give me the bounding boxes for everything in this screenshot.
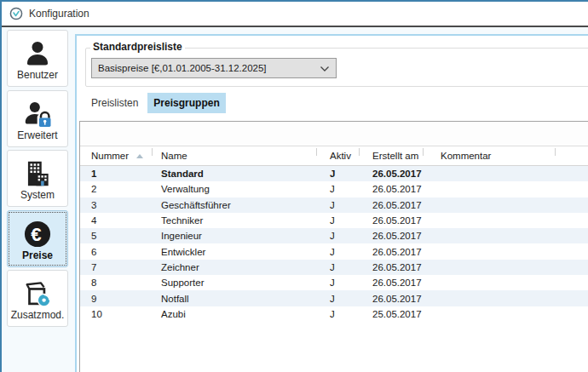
addon-box-disc-icon bbox=[8, 278, 67, 310]
cell-name: Supporter bbox=[153, 278, 317, 288]
cell-nummer: 10 bbox=[80, 309, 153, 319]
cell-name: Azubi bbox=[153, 309, 317, 319]
cell-erstellt-am: 26.05.2017 bbox=[360, 169, 424, 179]
sidebar-item-label: System bbox=[20, 190, 55, 201]
sidebar-item-label: Erweitert bbox=[17, 130, 57, 141]
cell-aktiv: J bbox=[317, 247, 360, 257]
table-row[interactable]: 2 Verwaltung J 26.05.2017 bbox=[80, 181, 588, 197]
tab-preislisten[interactable]: Preislisten bbox=[85, 93, 144, 113]
column-header-aktiv[interactable]: Aktiv bbox=[317, 146, 360, 165]
sidebar-item-benutzer[interactable]: Benutzer bbox=[7, 30, 68, 87]
sidebar-item-zusatzmod[interactable]: Zusatzmod. bbox=[7, 270, 68, 327]
cell-name: Geschäftsführer bbox=[153, 200, 317, 210]
cell-name: Standard bbox=[153, 169, 317, 179]
cell-nummer: 5 bbox=[80, 231, 153, 241]
window-title: Konfiguration bbox=[29, 8, 89, 20]
cell-erstellt-am: 26.05.2017 bbox=[360, 184, 424, 194]
table-row[interactable]: 6 Entwickler J 26.05.2017 bbox=[80, 243, 588, 259]
svg-text:€: € bbox=[31, 224, 41, 245]
building-icon bbox=[8, 157, 67, 190]
cell-name: Zeichner bbox=[153, 262, 317, 272]
groupbox-label: Standardpreisliste bbox=[90, 41, 185, 53]
user-lock-icon bbox=[8, 98, 67, 130]
price-groups-table: Nummer Name Aktiv Erstellt am Kommentar bbox=[79, 121, 588, 372]
sidebar-item-preise[interactable]: € Preise bbox=[7, 210, 68, 267]
table-row[interactable]: 7 Zeichner J 26.05.2017 bbox=[80, 260, 588, 275]
main-panel: Standardpreisliste Basispreise [€,01.01.… bbox=[75, 34, 588, 372]
cell-nummer: 9 bbox=[80, 294, 153, 304]
cell-aktiv: J bbox=[317, 231, 360, 241]
user-icon bbox=[8, 37, 67, 70]
tab-bar: Preislisten Preisgruppen bbox=[85, 92, 226, 114]
column-header-kommentar[interactable]: Kommentar bbox=[424, 146, 556, 165]
cell-erstellt-am: 26.05.2017 bbox=[360, 200, 424, 210]
table-row[interactable]: 5 Ingenieur J 26.05.2017 bbox=[80, 228, 588, 243]
table-row[interactable]: 8 Supporter J 26.05.2017 bbox=[80, 275, 588, 290]
configuration-window: Konfiguration Benutzer bbox=[0, 0, 588, 372]
column-header-filler bbox=[556, 146, 588, 165]
price-list-dropdown[interactable]: Basispreise [€,01.01.2005-31.12.2025] bbox=[91, 58, 337, 78]
cell-aktiv: J bbox=[317, 169, 360, 179]
table-row[interactable]: 3 Geschäftsführer J 26.05.2017 bbox=[80, 197, 588, 213]
table-row[interactable]: 10 Azubi J 25.05.2017 bbox=[80, 306, 588, 322]
sidebar-item-label: Zusatzmod. bbox=[11, 310, 65, 321]
cell-nummer: 1 bbox=[80, 169, 153, 179]
cell-name: Verwaltung bbox=[153, 184, 317, 194]
cell-name: Techniker bbox=[153, 215, 317, 226]
cell-nummer: 4 bbox=[80, 215, 153, 226]
table-body: 1 Standard J 26.05.2017 2 Verwaltung J 2… bbox=[80, 166, 588, 322]
dropdown-selected-value: Basispreise [€,01.01.2005-31.12.2025] bbox=[98, 63, 267, 73]
cell-name: Notfall bbox=[153, 294, 317, 304]
cell-aktiv: J bbox=[317, 215, 360, 226]
sidebar-item-label: Preise bbox=[22, 250, 53, 261]
cell-erstellt-am: 25.05.2017 bbox=[360, 309, 424, 319]
titlebar: Konfiguration bbox=[2, 2, 588, 27]
cell-aktiv: J bbox=[317, 262, 360, 272]
window-body: Benutzer Erweitert bbox=[2, 27, 588, 372]
column-header-nummer[interactable]: Nummer bbox=[80, 146, 153, 165]
cell-erstellt-am: 26.05.2017 bbox=[360, 262, 424, 272]
cell-name: Ingenieur bbox=[153, 231, 317, 241]
cell-aktiv: J bbox=[317, 294, 360, 304]
table-row[interactable]: 9 Notfall J 26.05.2017 bbox=[80, 290, 588, 306]
column-header-name[interactable]: Name bbox=[153, 146, 317, 165]
cell-aktiv: J bbox=[317, 278, 360, 288]
cell-nummer: 7 bbox=[80, 262, 153, 272]
euro-coin-icon: € bbox=[8, 218, 67, 250]
sidebar-item-system[interactable]: System bbox=[7, 150, 68, 207]
sidebar-item-erweitert[interactable]: Erweitert bbox=[7, 90, 68, 147]
tab-preisgruppen[interactable]: Preisgruppen bbox=[147, 93, 225, 113]
column-header-erstellt-am[interactable]: Erstellt am bbox=[360, 146, 424, 165]
cell-erstellt-am: 26.05.2017 bbox=[360, 247, 424, 257]
cell-nummer: 6 bbox=[80, 247, 153, 257]
cell-erstellt-am: 26.05.2017 bbox=[360, 215, 424, 226]
clock-app-icon bbox=[9, 7, 23, 20]
table-row[interactable]: 1 Standard J 26.05.2017 bbox=[80, 166, 588, 181]
sidebar-item-label: Benutzer bbox=[17, 70, 58, 81]
cell-aktiv: J bbox=[317, 309, 360, 319]
cell-erstellt-am: 26.05.2017 bbox=[360, 278, 424, 288]
grid-group-panel bbox=[80, 122, 588, 146]
cell-aktiv: J bbox=[317, 184, 360, 194]
cell-nummer: 3 bbox=[80, 200, 153, 210]
cell-nummer: 2 bbox=[80, 184, 153, 194]
table-header-row: Nummer Name Aktiv Erstellt am Kommentar bbox=[80, 146, 588, 166]
sort-ascending-icon bbox=[136, 154, 143, 158]
cell-nummer: 8 bbox=[80, 278, 153, 288]
chevron-down-icon bbox=[320, 60, 330, 76]
cell-aktiv: J bbox=[317, 200, 360, 210]
cell-erstellt-am: 26.05.2017 bbox=[360, 231, 424, 241]
cell-erstellt-am: 26.05.2017 bbox=[360, 294, 424, 304]
table-row[interactable]: 4 Techniker J 26.05.2017 bbox=[80, 213, 588, 228]
cell-name: Entwickler bbox=[153, 247, 317, 257]
